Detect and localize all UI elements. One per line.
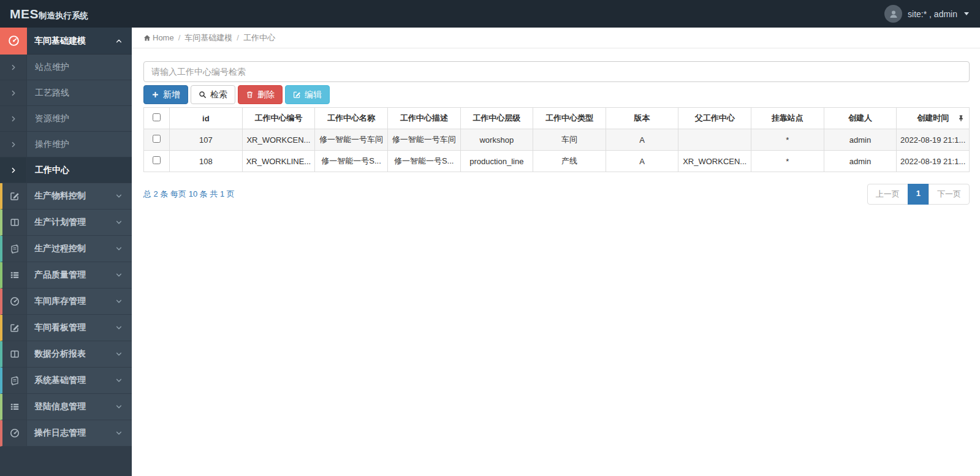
chevron-right-icon <box>0 55 27 80</box>
delete-button-label: 删除 <box>257 89 275 100</box>
sidebar-subitem-station-maintenance[interactable]: 站点维护 <box>0 55 132 80</box>
subitem-label: 资源维护 <box>27 106 69 131</box>
delete-button[interactable]: 删除 <box>238 85 283 104</box>
sidebar-item-inventory-management[interactable]: 车间库存管理 <box>0 289 132 315</box>
breadcrumb-separator: / <box>237 33 239 42</box>
chevron-down-icon <box>115 368 132 393</box>
subitem-label: 工作中心 <box>27 157 69 183</box>
sidebar-subitem-work-center[interactable]: 工作中心 <box>0 157 132 183</box>
breadcrumb-level1[interactable]: 车间基础建模 <box>184 32 232 43</box>
chevron-down-icon <box>115 315 132 341</box>
edit-button[interactable]: 编辑 <box>285 85 330 104</box>
table-row[interactable]: 107 XR_WORKCEN... 修一智能一号车间 修一智能一号车间 work… <box>144 129 970 151</box>
column-header-creator[interactable]: 创建人 <box>824 108 897 129</box>
sidebar-item-system-management[interactable]: 系统基础管理 <box>0 368 132 394</box>
column-header-version[interactable]: 版本 <box>606 108 678 129</box>
select-all-checkbox[interactable] <box>153 113 161 121</box>
page-1-button[interactable]: 1 <box>908 184 929 205</box>
sidebar-item-operation-log[interactable]: 操作日志管理 <box>0 420 132 447</box>
top-navbar: MES制造执行系统 site:* , admin <box>0 0 980 28</box>
cell-version: A <box>606 129 678 151</box>
column-header-created[interactable]: 创建时间 <box>897 108 970 129</box>
book-icon <box>2 236 27 262</box>
cell-created: 2022-08-19 21:1... <box>897 151 970 172</box>
edit-button-label: 编辑 <box>305 89 322 100</box>
sidebar-item-label: 生产计划管理 <box>27 210 115 235</box>
cell-version: A <box>606 151 678 172</box>
sidebar-item-label: 登陆信息管理 <box>27 394 115 420</box>
sidebar-item-label: 车间看板管理 <box>27 315 115 341</box>
next-page-button[interactable]: 下一页 <box>929 184 970 205</box>
content-area: 新增 检索 删除 编辑 <box>132 48 980 205</box>
breadcrumb-home-link[interactable]: Home <box>143 33 174 42</box>
edit-square-icon <box>2 315 27 341</box>
search-icon <box>199 91 207 99</box>
column-header-station[interactable]: 挂靠站点 <box>751 108 824 129</box>
column-header-type[interactable]: 工作中心类型 <box>533 108 606 129</box>
sidebar-item-label: 车间基础建模 <box>27 36 115 47</box>
cell-code: XR_WORKCEN... <box>242 129 315 151</box>
chevron-right-icon <box>0 157 27 183</box>
column-header-code[interactable]: 工作中心编号 <box>242 108 315 129</box>
sidebar-subitem-process-route[interactable]: 工艺路线 <box>0 80 132 106</box>
column-header-level[interactable]: 工作中心层级 <box>460 108 533 129</box>
trash-icon <box>246 91 254 99</box>
toolbar: 新增 检索 删除 编辑 <box>143 85 970 104</box>
row-checkbox[interactable] <box>153 135 161 143</box>
column-header-id[interactable]: id <box>170 108 243 129</box>
cell-station: * <box>751 129 824 151</box>
add-button[interactable]: 新增 <box>143 85 188 104</box>
cell-created: 2022-08-19 21:1... <box>897 129 970 151</box>
sidebar-item-label: 生产过程控制 <box>27 236 115 262</box>
sidebar-item-label: 操作日志管理 <box>27 420 115 446</box>
gauge-icon <box>0 28 27 55</box>
column-header-parent[interactable]: 父工作中心 <box>678 108 751 129</box>
cell-level: workshop <box>460 129 533 151</box>
chevron-down-icon <box>115 341 132 367</box>
chevron-down-icon <box>115 183 132 209</box>
column-header-name[interactable]: 工作中心名称 <box>315 108 388 129</box>
cell-level: production_line <box>460 151 533 172</box>
sidebar-item-kanban-management[interactable]: 车间看板管理 <box>0 315 132 341</box>
breadcrumb: Home / 车间基础建模 / 工作中心 <box>132 28 980 48</box>
cell-type: 车间 <box>533 129 606 151</box>
row-checkbox[interactable] <box>153 156 161 164</box>
chevron-up-icon <box>115 37 132 45</box>
user-menu[interactable]: site:* , admin <box>884 5 969 23</box>
table-row[interactable]: 108 XR_WORKLINE... 修一智能一号S... 修一智能一号S...… <box>144 151 970 172</box>
sidebar-item-label: 数据分析报表 <box>27 341 115 367</box>
column-header-desc[interactable]: 工作中心描述 <box>387 108 460 129</box>
prev-page-button[interactable]: 上一页 <box>867 184 908 205</box>
cell-parent <box>678 129 751 151</box>
chevron-down-icon <box>115 394 132 420</box>
sidebar-item-quality-management[interactable]: 产品质量管理 <box>0 262 132 289</box>
pagination-bar: 总 2 条 每页 10 条 共 1 页 上一页 1 下一页 <box>143 184 970 205</box>
cell-type: 产线 <box>533 151 606 172</box>
add-button-label: 新增 <box>163 89 180 100</box>
breadcrumb-home-label: Home <box>153 33 174 42</box>
row-select-cell <box>144 151 170 172</box>
search-button[interactable]: 检索 <box>191 85 235 104</box>
breadcrumb-separator: / <box>178 33 181 42</box>
cell-code: XR_WORKLINE... <box>242 151 315 172</box>
sidebar-item-material-control[interactable]: 生产物料控制 <box>0 183 132 210</box>
sidebar-item-login-info[interactable]: 登陆信息管理 <box>0 394 132 420</box>
search-input[interactable] <box>143 61 970 82</box>
row-select-cell <box>144 129 170 151</box>
cell-id: 107 <box>170 129 243 151</box>
select-all-cell <box>144 108 170 129</box>
gauge-icon <box>2 420 27 446</box>
app-logo: MES制造执行系统 <box>10 7 88 21</box>
chevron-down-icon <box>115 262 132 288</box>
pin-icon[interactable] <box>957 115 965 122</box>
chevron-down-icon <box>115 236 132 262</box>
cell-desc: 修一智能一号车间 <box>387 129 460 151</box>
sidebar-item-plan-management[interactable]: 生产计划管理 <box>0 210 132 236</box>
sidebar-item-label: 系统基础管理 <box>27 368 115 393</box>
sidebar-subitem-resource-maintenance[interactable]: 资源维护 <box>0 106 132 132</box>
sidebar-item-workshop-modeling[interactable]: 车间基础建模 <box>0 28 132 55</box>
sidebar-item-data-report[interactable]: 数据分析报表 <box>0 341 132 368</box>
breadcrumb-current: 工作中心 <box>243 32 275 43</box>
sidebar-subitem-operation-maintenance[interactable]: 操作维护 <box>0 132 132 157</box>
sidebar-item-process-control[interactable]: 生产过程控制 <box>0 236 132 262</box>
